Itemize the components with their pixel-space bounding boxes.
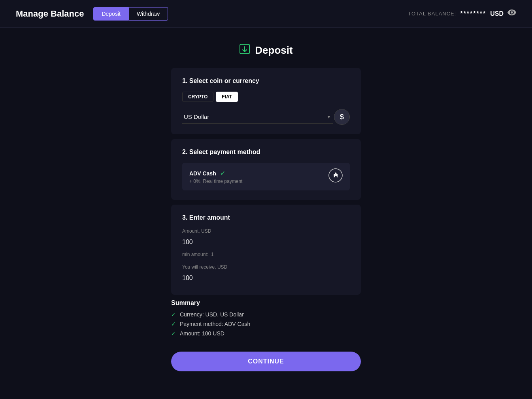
summary-section: Summary ✓ Currency: USD, US Dollar ✓ Pay… — [171, 299, 361, 340]
adv-cash-icon: ₳ — [328, 168, 343, 185]
currency-select-wrapper: US Dollar Euro British Pound ▾ $ — [182, 109, 350, 125]
currency-icon: $ — [334, 109, 350, 125]
step1-title: 1. Select coin or currency — [182, 77, 350, 85]
header: Manage Balance Deposit Withdraw TOTAL BA… — [0, 0, 532, 28]
min-amount-text: min amount: 1 — [182, 252, 350, 257]
crypto-toggle[interactable]: CRYPTO — [182, 92, 213, 102]
step3-card: 3. Enter amount Amount, USD min amount: … — [171, 205, 361, 295]
step2-card: 2. Select payment method ADV Cash ✓ + 0%… — [171, 139, 361, 200]
min-value: 1 — [211, 252, 214, 257]
deposit-button[interactable]: Deposit — [93, 7, 128, 21]
svg-text:₳: ₳ — [333, 172, 338, 179]
withdraw-button[interactable]: Withdraw — [129, 7, 168, 21]
balance-value: ******** — [460, 10, 486, 17]
step1-card: 1. Select coin or currency CRYPTO FIAT U… — [171, 68, 361, 134]
summary-text-1: Payment method: ADV Cash — [180, 321, 250, 327]
summary-item-0: ✓ Currency: USD, US Dollar — [171, 311, 361, 318]
amount-label: Amount, USD — [182, 228, 350, 234]
main-content: Deposit 1. Select coin or currency CRYPT… — [0, 28, 532, 395]
summary-check-1: ✓ — [171, 321, 176, 327]
summary-item-1: ✓ Payment method: ADV Cash — [171, 321, 361, 327]
summary-text-2: Amount: 100 USD — [180, 330, 224, 337]
method-checkmark: ✓ — [220, 170, 225, 177]
receive-label: You will receive, USD — [182, 264, 350, 270]
page-title: Manage Balance — [16, 9, 84, 19]
min-label: min amount: — [182, 252, 208, 257]
method-name: ADV Cash — [189, 170, 216, 177]
currency-select[interactable]: US Dollar Euro British Pound — [182, 110, 333, 124]
summary-check-0: ✓ — [171, 311, 176, 318]
payment-method-info: ADV Cash ✓ + 0%, Real time payment — [189, 169, 242, 184]
continue-button[interactable]: CONTINUE — [171, 352, 361, 371]
deposit-icon — [239, 43, 250, 57]
balance-label: TOTAL BALANCE: — [408, 11, 456, 17]
payment-method-name-line: ADV Cash ✓ — [189, 169, 242, 177]
currency-toggle-group: CRYPTO FIAT — [182, 92, 350, 102]
receive-input[interactable] — [182, 273, 350, 285]
header-buttons: Deposit Withdraw — [93, 7, 168, 21]
step3-title: 3. Enter amount — [182, 214, 350, 221]
summary-check-2: ✓ — [171, 330, 176, 337]
step2-title: 2. Select payment method — [182, 149, 350, 156]
header-left: Manage Balance Deposit Withdraw — [16, 7, 168, 21]
method-desc: + 0%, Real time payment — [189, 179, 242, 184]
payment-method-box[interactable]: ADV Cash ✓ + 0%, Real time payment ₳ — [182, 163, 350, 190]
page-heading: Deposit — [239, 43, 292, 57]
balance-currency: USD — [490, 10, 504, 17]
fiat-toggle[interactable]: FIAT — [216, 92, 238, 102]
header-right: TOTAL BALANCE: ******** USD — [408, 9, 516, 18]
deposit-page-title: Deposit — [255, 44, 292, 56]
summary-item-2: ✓ Amount: 100 USD — [171, 330, 361, 337]
summary-title: Summary — [171, 299, 361, 307]
summary-text-0: Currency: USD, US Dollar — [180, 311, 244, 318]
toggle-balance-icon[interactable] — [507, 9, 516, 18]
amount-input[interactable] — [182, 237, 350, 249]
